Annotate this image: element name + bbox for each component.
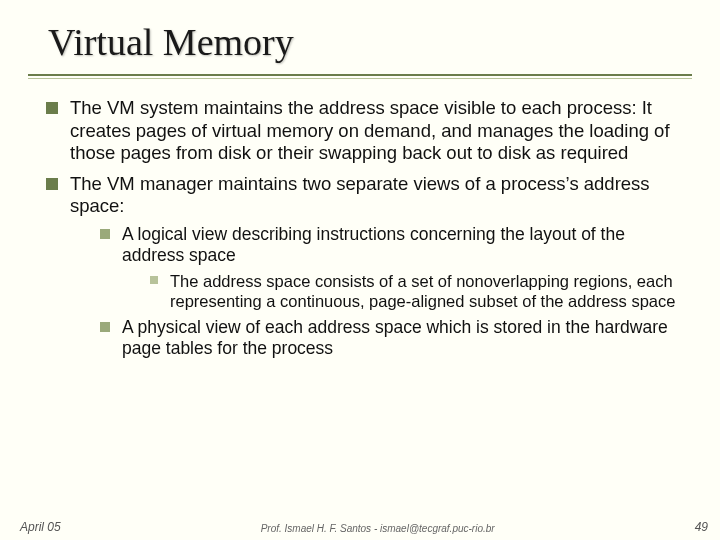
footer: April 05 Prof. Ismael H. F. Santos - ism… <box>0 520 720 534</box>
bullet-l3: The address space consists of a set of n… <box>150 271 686 311</box>
bullet-text: The address space consists of a set of n… <box>170 272 675 310</box>
slide-body: The VM system maintains the address spac… <box>0 79 720 359</box>
bullet-text: A logical view describing instructions c… <box>122 224 625 265</box>
footer-date: April 05 <box>20 520 61 534</box>
footer-author: Prof. Ismael H. F. Santos - ismael@tecgr… <box>61 523 695 534</box>
bullet-l1: The VM manager maintains two separate vi… <box>46 173 686 360</box>
bullet-text: The VM system maintains the address spac… <box>70 97 670 163</box>
page-title: Virtual Memory <box>48 20 720 64</box>
divider <box>28 74 692 76</box>
bullet-text: A physical view of each address space wh… <box>122 317 668 358</box>
footer-page-number: 49 <box>695 520 708 534</box>
bullet-l2: A physical view of each address space wh… <box>100 317 686 360</box>
bullet-l2: A logical view describing instructions c… <box>100 224 686 311</box>
bullet-l1: The VM system maintains the address spac… <box>46 97 686 165</box>
bullet-text: The VM manager maintains two separate vi… <box>70 173 650 217</box>
